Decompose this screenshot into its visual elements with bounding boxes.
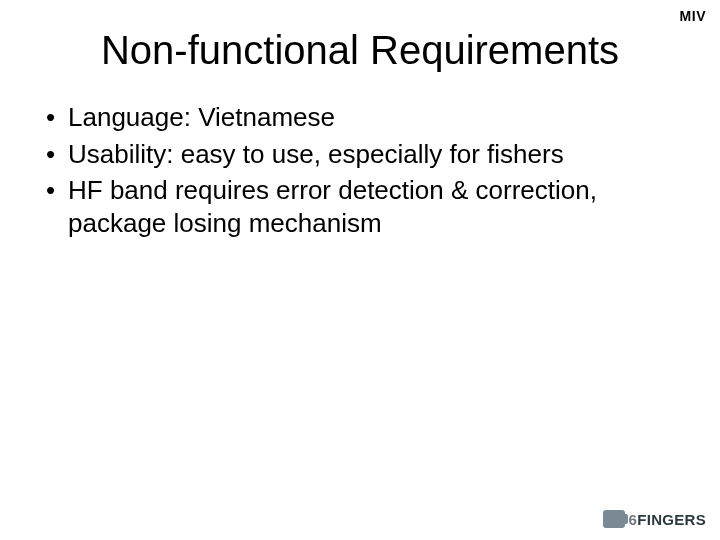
slide-title: Non-functional Requirements [0, 28, 720, 73]
corner-brand-label: MIV [680, 8, 706, 24]
bullet-list: Language: Vietnamese Usability: easy to … [42, 101, 678, 239]
hand-icon [603, 510, 625, 528]
list-item: HF band requires error detection & corre… [42, 174, 678, 239]
list-item: Usability: easy to use, especially for f… [42, 138, 678, 171]
footer-logo-text: 6FINGERS [629, 511, 706, 528]
list-item: Language: Vietnamese [42, 101, 678, 134]
footer-logo: 6FINGERS [603, 510, 706, 528]
